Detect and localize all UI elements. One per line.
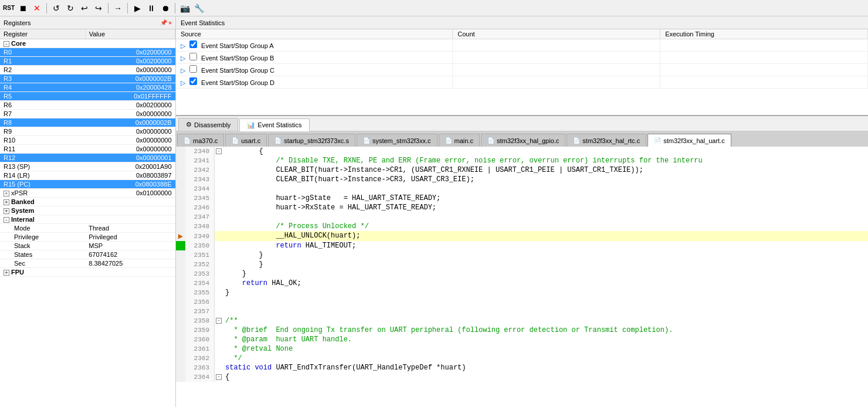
event-checkbox-d[interactable] [189, 77, 197, 85]
table-row[interactable]: R11 0x00000000 [0, 145, 175, 154]
tab-gpio[interactable]: 📄 stm32f3xx_hal_gpio.c [481, 134, 565, 147]
table-row[interactable]: + xPSR 0x01000000 [0, 189, 175, 198]
step-out-button[interactable]: ↪ [92, 2, 105, 15]
table-row[interactable]: R10 0x00000000 [0, 136, 175, 145]
core-collapse[interactable]: - [4, 41, 9, 47]
tab-usart[interactable]: 📄 usart.c [225, 134, 267, 147]
list-item[interactable]: ▷ Event Start/Stop Group B [176, 52, 868, 64]
table-row[interactable]: R15 (PC) 0x0800388E [0, 180, 175, 189]
tab-event-statistics[interactable]: 📊 Event Statistics [239, 118, 309, 131]
editor-area: ⚙ Disassembly 📊 Event Statistics 📄 ma370… [176, 116, 868, 407]
table-row[interactable]: R0 0x02000000 [0, 48, 175, 57]
event-stats-panel: Event Statistics Source Count Execution … [176, 16, 868, 116]
line-num: 2352 [185, 260, 215, 269]
list-item[interactable]: ▷ Event Start/Stop Group A [176, 39, 868, 52]
close-button[interactable]: ✕ [30, 2, 43, 15]
reg-value: MSP [85, 242, 175, 250]
collapse-btn[interactable]: - [215, 147, 223, 156]
col-register: Register [0, 29, 85, 39]
table-row[interactable]: R14 (LR) 0x08003897 [0, 171, 175, 180]
close-panel-icon[interactable]: ✕ [168, 19, 172, 26]
table-row[interactable]: R1 0x00200000 [0, 57, 175, 66]
collapse-btn [215, 241, 223, 250]
event-timing [660, 64, 868, 76]
expand-icon[interactable]: ▷ [181, 79, 185, 86]
reg-name: R0 [0, 48, 85, 57]
code-line-2344: 2344 [176, 184, 868, 194]
pause-button[interactable]: ⏸ [145, 2, 158, 15]
table-row[interactable]: R3 0x0000002B [0, 74, 175, 83]
tab-startup[interactable]: 📄 startup_stm32f373xc.s [268, 134, 355, 147]
file-icon: 📄 [654, 137, 661, 144]
code-line-2352: 2352 } [176, 260, 868, 269]
play-button[interactable]: ▶ [131, 2, 144, 15]
event-source: ▷ Event Start/Stop Group A [176, 39, 453, 52]
reg-value: 0x01000000 [85, 189, 175, 198]
table-row[interactable]: R5 0x01FFFFFF [0, 92, 175, 101]
expand-icon[interactable]: ▷ [181, 55, 185, 62]
code-content: } [223, 260, 868, 269]
event-checkbox-a[interactable] [189, 40, 197, 48]
reg-name: R9 [0, 127, 85, 136]
line-indicator [176, 354, 185, 363]
expand-icon[interactable]: ▷ [181, 67, 185, 74]
rst-button[interactable]: RST [2, 2, 15, 15]
snapshot-button[interactable]: 📷 [178, 2, 191, 15]
table-row[interactable]: R2 0x00000000 [0, 66, 175, 74]
step-back-button[interactable]: ↺ [50, 2, 63, 15]
pin-icon[interactable]: 📌 [160, 19, 167, 26]
internal-collapse[interactable]: - [4, 217, 9, 223]
line-num: 2340 [185, 147, 215, 156]
code-content: /** [223, 316, 868, 325]
line-num: 2355 [185, 288, 215, 297]
group-internal: - Internal [0, 215, 175, 224]
table-row[interactable]: R4 0x20000428 [0, 83, 175, 92]
table-row[interactable]: R13 (SP) 0x20001A90 [0, 162, 175, 171]
banked-expand[interactable]: + [4, 199, 9, 205]
list-item[interactable]: ▷ Event Start/Stop Group D [176, 76, 868, 89]
event-checkbox-b[interactable] [189, 53, 197, 60]
line-num: 2361 [185, 344, 215, 354]
file-icon: 📄 [232, 137, 239, 144]
line-num: 2349 [185, 231, 215, 241]
step-forward-button[interactable]: ↻ [64, 2, 77, 15]
list-item[interactable]: ▷ Event Start/Stop Group C [176, 64, 868, 76]
stop-button[interactable]: ⏹ [16, 2, 29, 15]
tab-disassembly[interactable]: ⚙ Disassembly [178, 118, 238, 131]
collapse-btn[interactable]: - [215, 316, 223, 325]
tab-uart[interactable]: 📄 stm32f3xx_hal_uart.c [647, 134, 731, 147]
event-stats-table: Source Count Execution Timing ▷ Event St… [176, 29, 868, 89]
event-checkbox-c[interactable] [189, 65, 197, 73]
tab-ma370[interactable]: 📄 ma370.c [177, 134, 224, 147]
collapse-btn [215, 325, 223, 335]
fpu-expand[interactable]: + [4, 270, 9, 276]
table-row[interactable]: R7 0x00000000 [0, 110, 175, 118]
table-row[interactable]: R9 0x00000000 [0, 127, 175, 136]
tab-rtc[interactable]: 📄 stm32f3xx_hal_rtc.c [567, 134, 646, 147]
code-content: { [223, 372, 868, 382]
registers-scroll[interactable]: Register Value - Core R0 0x02000000 [0, 29, 175, 407]
line-num: 2357 [185, 307, 215, 316]
line-num: 2354 [185, 279, 215, 288]
code-editor[interactable]: 2340 - { 2341 /* Disable TXE, RXNE, PE a… [176, 147, 868, 407]
code-content [223, 307, 868, 316]
system-expand[interactable]: + [4, 208, 9, 214]
line-indicator [176, 288, 185, 297]
table-row[interactable]: R6 0x00200000 [0, 101, 175, 110]
col-value: Value [85, 29, 175, 39]
settings-button[interactable]: 🔧 [192, 2, 205, 15]
table-row[interactable]: R8 0x0000002B [0, 118, 175, 127]
table-row[interactable]: R12 0x00000001 [0, 154, 175, 162]
line-num: 2350 [185, 241, 215, 250]
tab-main[interactable]: 📄 main.c [439, 134, 480, 147]
line-num: 2353 [185, 269, 215, 279]
code-content: */ [223, 354, 868, 363]
xpsr-expand[interactable]: + [4, 191, 9, 196]
collapse-btn [215, 212, 223, 222]
step-into-button[interactable]: ↩ [78, 2, 91, 15]
record-button[interactable]: ⏺ [159, 2, 172, 15]
collapse-btn[interactable]: - [215, 372, 223, 382]
expand-icon[interactable]: ▷ [181, 42, 185, 49]
run-button[interactable]: → [111, 2, 124, 15]
tab-system[interactable]: 📄 system_stm32f3xx.c [357, 134, 438, 147]
